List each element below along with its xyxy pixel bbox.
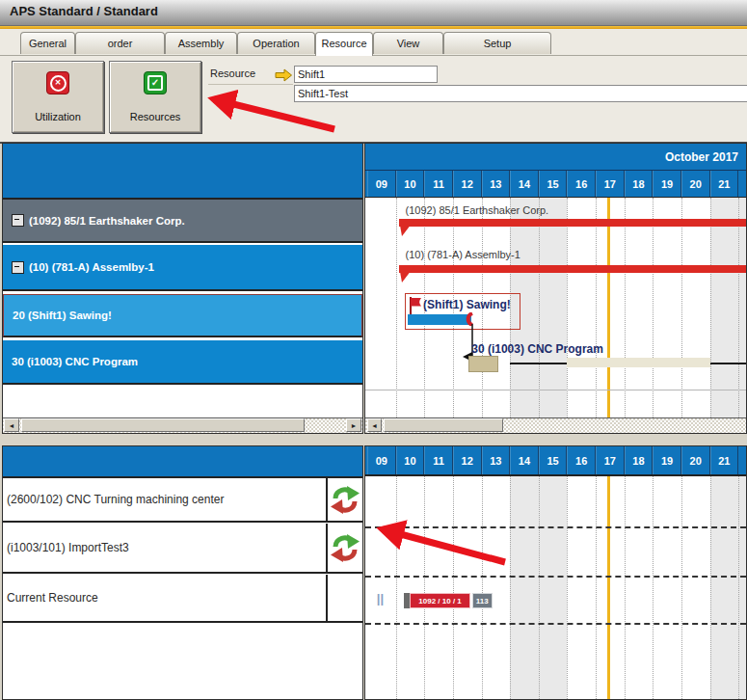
gridline	[539, 198, 540, 419]
operation-row-label: 20 (Shift1) Sawing!	[13, 310, 112, 321]
row-separator	[365, 390, 746, 390]
tab-view[interactable]: View	[373, 32, 443, 54]
hour-cell: 21	[710, 446, 739, 474]
swap-resource-icon[interactable]	[330, 533, 360, 563]
tab-resource[interactable]: Resource	[315, 32, 373, 56]
current-resource-bar[interactable]: 1092 / 10 / 1	[410, 593, 469, 608]
operation-row[interactable]: (10) (781-A) Assemlby-1	[3, 245, 362, 291]
tab-setup[interactable]: Setup	[443, 32, 551, 54]
gridline	[625, 198, 626, 419]
hour-cell: 21	[710, 171, 739, 197]
program-link-line	[710, 363, 746, 364]
hour-cell: 20	[681, 171, 710, 197]
resource-row-label: Current Resource	[3, 591, 326, 605]
now-line	[607, 198, 610, 419]
row-separator-dotted	[365, 623, 746, 625]
hour-cell: 12	[453, 171, 482, 197]
operation-list-hscrollbar[interactable]: ◄ ►	[3, 417, 362, 433]
hour-cell: 15	[539, 446, 568, 474]
operation-row[interactable]: 30 (i1003) CNC Program	[3, 340, 362, 385]
utilization-button-label: Utilization	[13, 111, 103, 122]
gridline	[681, 476, 682, 700]
utilization-button[interactable]: ✕ Utilization	[12, 61, 104, 133]
scrollbar-thumb[interactable]	[384, 418, 503, 432]
swap-resource-icon[interactable]	[330, 485, 360, 515]
scroll-left-icon[interactable]: ◄	[367, 418, 382, 432]
gridline	[510, 476, 511, 700]
sawing-label: (Shift1) Sawing!	[423, 298, 511, 311]
tab-operation[interactable]: Operation	[237, 32, 315, 54]
gridline	[396, 476, 397, 700]
cancel-icon: ✕	[46, 71, 69, 94]
hour-cell: 09	[367, 446, 396, 474]
resource-input-primary[interactable]	[294, 66, 438, 83]
resource-row[interactable]: Current Resource	[3, 575, 362, 623]
summary-bar[interactable]	[399, 219, 746, 227]
gridline	[710, 476, 711, 700]
pause-marker: ||	[377, 591, 384, 606]
gridline	[738, 476, 739, 700]
resource-field-underline	[208, 84, 293, 85]
hour-cell: 19	[653, 171, 681, 197]
nonwork-band	[710, 198, 746, 419]
gridline	[710, 198, 711, 419]
tab-baseline	[0, 55, 747, 56]
operation-row-label: (10) (781-A) Assemlby-1	[29, 261, 154, 273]
gridline	[539, 476, 540, 700]
resource-list-header	[3, 446, 362, 478]
now-line	[607, 476, 610, 700]
resources-button-label: Resources	[110, 111, 200, 122]
tab-general[interactable]: General	[20, 32, 75, 54]
resource-row-label: (i1003/101) ImportTest3	[3, 541, 326, 554]
hour-cell: 10	[396, 171, 425, 197]
gridline	[681, 198, 682, 419]
collapse-icon[interactable]	[12, 261, 24, 274]
hour-cell: 14	[510, 171, 539, 197]
hour-cell: 19	[653, 446, 681, 474]
resource-input-secondary[interactable]	[294, 85, 747, 102]
month-band: October 2017	[365, 144, 746, 171]
program-link-line	[510, 363, 567, 364]
hour-cell: 13	[482, 171, 511, 197]
gridline	[738, 198, 739, 419]
resource-row[interactable]: (i1003/101) ImportTest3	[3, 524, 362, 574]
resource-row[interactable]: (2600/102) CNC Turning machining center	[3, 478, 362, 523]
gridline	[396, 198, 397, 419]
icon-cell	[326, 478, 362, 521]
check-icon: ✓	[144, 71, 167, 94]
summary-bar[interactable]	[399, 265, 746, 273]
scrollbar-thumb[interactable]	[21, 418, 305, 432]
summary-bar-label: (10) (781-A) Assemlby-1	[406, 249, 520, 260]
gantt-hscrollbar[interactable]: ◄	[365, 417, 746, 433]
row-separator-dotted	[365, 576, 746, 578]
gridline	[653, 198, 654, 419]
bar-start-marker-icon	[399, 219, 416, 238]
tab-order[interactable]: order	[75, 32, 165, 54]
collapse-icon[interactable]	[12, 214, 24, 227]
operation-row[interactable]: 20 (Shift1) Sawing!	[3, 294, 362, 337]
icon-cell	[326, 524, 362, 572]
tab-assembly[interactable]: Assembly	[165, 32, 237, 54]
program-work-bar[interactable]	[567, 358, 709, 367]
current-resource-bar[interactable]: 113	[472, 593, 493, 608]
operation-row[interactable]: (1092) 85/1 Earthshaker Corp.	[3, 200, 362, 243]
hour-cell: 17	[596, 171, 625, 197]
flag-icon	[409, 296, 423, 315]
scroll-left-icon[interactable]: ◄	[4, 418, 19, 432]
nonwork-band	[710, 476, 746, 700]
hour-header: 09101112131415161718192021	[365, 446, 746, 476]
resources-button[interactable]: ✓ Resources	[109, 61, 201, 133]
resource-gantt-panel: 09101112131415161718192021 ||1092 / 10 /…	[364, 445, 747, 700]
lead-block	[404, 593, 410, 608]
gridline	[567, 476, 568, 700]
program-label: 30 (i1003) CNC Program	[471, 342, 603, 356]
gridline	[453, 476, 454, 700]
scroll-right-icon[interactable]: ►	[346, 418, 361, 432]
gridline	[567, 198, 568, 419]
program-bar[interactable]	[468, 356, 498, 372]
bar-start-marker-icon	[399, 265, 416, 284]
operation-list-panel: (1092) 85/1 Earthshaker Corp.(10) (781-A…	[2, 143, 363, 434]
gridline	[482, 476, 483, 700]
summary-bar-label: (1092) 85/1 Earthshaker Corp.	[406, 204, 549, 216]
yellow-arrow-icon	[275, 68, 293, 82]
